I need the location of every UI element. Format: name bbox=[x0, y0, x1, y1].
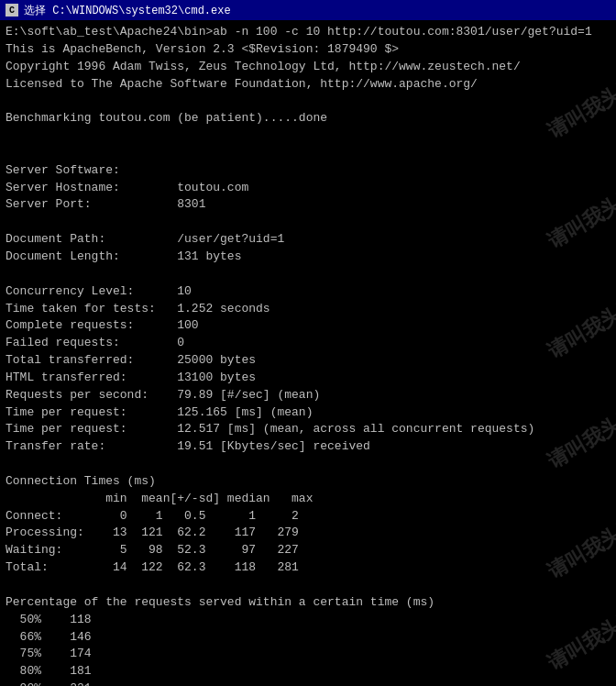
title-bar-text: 选择 C:\WINDOWS\system32\cmd.exe bbox=[24, 3, 231, 18]
title-bar: C 选择 C:\WINDOWS\system32\cmd.exe bbox=[0, 0, 616, 20]
cmd-icon: C bbox=[6, 4, 18, 17]
terminal-body: E:\soft\ab_test\Apache24\bin>ab -n 100 -… bbox=[0, 20, 616, 686]
terminal-output: E:\soft\ab_test\Apache24\bin>ab -n 100 -… bbox=[6, 24, 610, 686]
